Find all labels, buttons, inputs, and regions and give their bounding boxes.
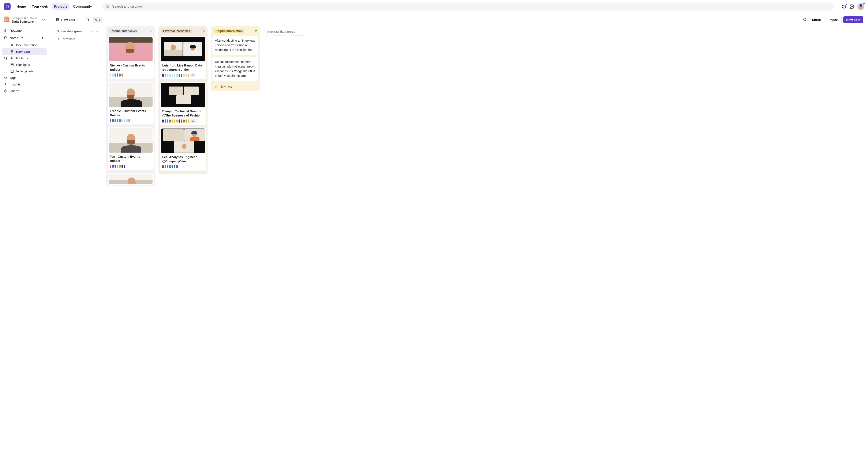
topbar: Home Your work Projects Community xyxy=(0,0,868,13)
help-button[interactable] xyxy=(841,4,846,9)
column-count: 2 xyxy=(255,29,257,33)
card-title: Freddie - Custom Events Builder xyxy=(108,107,153,118)
sidebar-item-video-points[interactable]: Video points xyxy=(2,68,47,74)
tag-pill xyxy=(183,74,185,77)
nav-projects[interactable]: Projects xyxy=(52,3,70,10)
tag-pill xyxy=(167,120,168,123)
sidebar-item-notes[interactable]: Notes xyxy=(2,34,47,42)
svg-marker-26 xyxy=(95,19,97,21)
sidebar-label: Insights xyxy=(10,82,21,86)
filter-icon xyxy=(95,19,98,21)
tag-pill xyxy=(164,165,166,168)
column-title: Internal Interviews xyxy=(109,29,138,33)
new-note-button[interactable]: New note xyxy=(843,16,863,23)
tag-pill xyxy=(110,165,111,168)
board-icon xyxy=(56,18,60,22)
note-card[interactable] xyxy=(107,172,154,185)
column-no-group: No raw data group ＋ New note xyxy=(54,26,103,44)
new-note-inline-button[interactable]: ＋ New note xyxy=(212,83,259,90)
tag-pill xyxy=(162,120,164,123)
card-thumbnail xyxy=(108,37,153,61)
sidebar-item-documentation[interactable]: Documentation xyxy=(2,42,47,48)
user-menu[interactable] xyxy=(858,3,864,10)
column-header[interactable]: External Interviews 5 xyxy=(160,28,206,35)
new-note-inline-button[interactable]: ＋ New note xyxy=(55,35,101,42)
tag-pill xyxy=(169,165,171,168)
settings-button[interactable] xyxy=(849,4,855,9)
plus-icon: ＋ xyxy=(57,37,60,41)
nav-your-work[interactable]: Your work xyxy=(29,3,51,10)
sidebar-item-highlights-section[interactable]: Highlights xyxy=(2,55,47,61)
note-card[interactable]: Teo - Custom Events Builder xyxy=(107,127,154,170)
note-card[interactable]: Damjan, Technical Director @The Business… xyxy=(160,81,206,125)
chevron-down-icon xyxy=(77,19,80,21)
svg-point-3 xyxy=(844,7,844,7)
tag-pill xyxy=(112,73,114,77)
nav-community[interactable]: Community xyxy=(71,3,94,10)
note-card[interactable]: Luis from Live Ramp - Data Structures Bu… xyxy=(160,36,206,79)
tag-pill xyxy=(119,165,121,168)
new-note-label: New note xyxy=(220,85,232,88)
sidebar-item-insights[interactable]: Insights xyxy=(2,81,47,88)
sidebar-item-raw-data[interactable]: Raw data xyxy=(2,48,47,55)
tag-row: 10 xyxy=(161,73,205,78)
table-icon xyxy=(10,70,14,73)
svg-point-0 xyxy=(106,5,109,8)
sidebar-label: Raw data xyxy=(16,50,30,54)
app-logo[interactable] xyxy=(4,3,10,10)
svg-rect-23 xyxy=(58,19,59,20)
notes-more-button[interactable] xyxy=(34,35,39,40)
column-add-button[interactable] xyxy=(90,29,94,34)
view-picker[interactable]: Raw data xyxy=(54,17,82,23)
sidebar-item-highlights[interactable]: Highlights xyxy=(2,61,47,68)
column-title: External Interviews xyxy=(161,29,192,33)
column-header[interactable]: Helpful information 2 xyxy=(212,28,259,35)
import-button[interactable]: Import xyxy=(826,16,842,24)
svg-point-4 xyxy=(851,6,852,7)
tag-row xyxy=(108,164,153,169)
svg-point-31 xyxy=(96,31,97,31)
search-input[interactable] xyxy=(112,5,830,8)
chevron-down-icon xyxy=(20,36,24,39)
sidebar-item-charts[interactable]: Charts xyxy=(2,88,47,94)
tag-pill xyxy=(112,165,114,168)
tag-pill xyxy=(174,120,175,123)
layout-toggle-button[interactable] xyxy=(84,16,91,24)
card-title: Lea, Analytics Engineer @CompanyCam xyxy=(161,153,205,165)
tag-overflow[interactable]: 10 xyxy=(190,73,195,77)
global-search[interactable] xyxy=(102,3,834,10)
sidebar-item-readme[interactable]: Readme xyxy=(2,27,47,34)
content-search-button[interactable] xyxy=(803,18,807,22)
svg-point-7 xyxy=(36,38,36,38)
tag-pill xyxy=(124,165,125,168)
share-button[interactable]: Share xyxy=(809,16,824,23)
sidebar-label: Readme xyxy=(10,29,22,32)
text-note-card[interactable]: After conducting an interview, upload an… xyxy=(212,36,259,55)
note-card[interactable]: Nienke - Custom Events Builder xyxy=(107,36,154,79)
card-thumbnail xyxy=(161,83,205,107)
sidebar-label: Highlights xyxy=(16,63,30,66)
column-more-button[interactable] xyxy=(95,29,100,34)
board-icon xyxy=(10,43,14,47)
new-group-button[interactable]: New raw data group xyxy=(265,28,311,36)
sidebar-item-tags[interactable]: Tags xyxy=(2,74,47,81)
tag-pill xyxy=(162,74,164,77)
text-note-card[interactable]: Useful documentation here: https://snplo… xyxy=(212,57,259,81)
tag-overflow[interactable]: 10+ xyxy=(190,119,197,123)
table-icon xyxy=(10,63,14,66)
tag-pill xyxy=(186,74,187,77)
tag-pill xyxy=(115,119,116,122)
card-thumbnail xyxy=(108,82,153,107)
toolbar-right: Share Import New note xyxy=(803,16,863,24)
nav-home[interactable]: Home xyxy=(14,3,28,10)
note-card[interactable]: Lea, Analytics Engineer @CompanyCam xyxy=(160,127,206,171)
notes-actions xyxy=(34,35,45,40)
card-thumbnail xyxy=(161,129,205,153)
filter-button[interactable]: 1 xyxy=(93,17,103,23)
svg-rect-13 xyxy=(11,50,11,53)
column-header[interactable]: Internal Interviews 5 xyxy=(107,28,154,35)
note-card[interactable]: Freddie - Custom Events Builder xyxy=(107,81,154,125)
project-switcher[interactable]: Snowplow BDP Cloud Data Structure Build… xyxy=(2,15,47,25)
tag-pill xyxy=(164,74,166,77)
notes-add-button[interactable] xyxy=(40,35,45,40)
